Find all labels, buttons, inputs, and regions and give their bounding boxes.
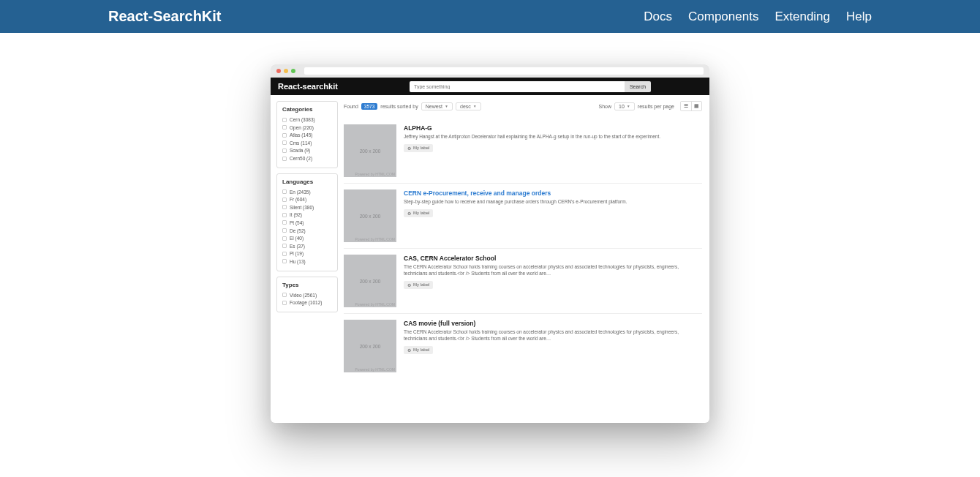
facet-item[interactable]: Open (220) xyxy=(282,124,332,131)
result-title[interactable]: CERN e-Procurement, receive and manage o… xyxy=(404,189,702,197)
site-nav: Docs Components Extending Help xyxy=(644,10,872,24)
facet-languages: LanguagesEn (2435)Fr (604)Silent (380)It… xyxy=(276,173,338,271)
facet-item-label: Atlas (145) xyxy=(290,132,312,138)
facet-title: Types xyxy=(282,282,332,288)
checkbox-icon[interactable] xyxy=(282,140,287,145)
minimize-icon[interactable] xyxy=(284,69,288,73)
facet-item[interactable]: De (52) xyxy=(282,228,332,234)
facet-item-label: It (92) xyxy=(290,211,302,218)
result-thumbnail[interactable]: 200 x 200Powered by HTML.COM xyxy=(344,189,396,242)
checkbox-icon[interactable] xyxy=(282,189,287,194)
facet-item-label: Fr (604) xyxy=(290,196,306,203)
facet-item[interactable]: Video (2561) xyxy=(282,292,332,298)
facet-item[interactable]: Cern50 (2) xyxy=(282,155,332,162)
facet-item[interactable]: Cern (3083) xyxy=(282,116,332,123)
gear-icon: ⚙ xyxy=(407,211,411,216)
facet-item[interactable]: Hu (13) xyxy=(282,258,332,265)
close-icon[interactable] xyxy=(276,69,281,73)
found-label: Found xyxy=(344,104,358,109)
checkbox-icon[interactable] xyxy=(282,220,287,225)
checkbox-icon[interactable] xyxy=(282,118,287,122)
facet-item-label: Pl (19) xyxy=(290,250,304,257)
search-button[interactable]: Search xyxy=(625,81,651,92)
facet-item[interactable]: It (92) xyxy=(282,211,332,218)
list-view-button[interactable]: ☰ xyxy=(681,102,691,110)
facet-categories: CategoriesCern (3083)Open (220)Atlas (14… xyxy=(276,101,338,168)
facet-item-label: Pt (54) xyxy=(290,219,304,226)
url-bar[interactable] xyxy=(304,67,704,75)
checkbox-icon[interactable] xyxy=(282,213,287,217)
facet-item-label: Footage (1012) xyxy=(290,299,322,306)
facet-item[interactable]: Fr (604) xyxy=(282,196,332,203)
per-page-label: results per page xyxy=(638,104,674,109)
chevron-down-icon: ▼ xyxy=(445,104,448,108)
facet-item[interactable]: Es (37) xyxy=(282,243,332,249)
facet-item-label: Scada (9) xyxy=(290,147,310,154)
window-titlebar xyxy=(271,64,709,78)
sort-field-select[interactable]: Newest▼ xyxy=(421,102,453,110)
facet-item-label: Silent (380) xyxy=(290,204,314,211)
result-title[interactable]: ALPHA-G xyxy=(404,124,702,132)
facet-item-label: De (52) xyxy=(290,228,306,234)
checkbox-icon[interactable] xyxy=(282,259,287,263)
checkbox-icon[interactable] xyxy=(282,252,287,256)
result-label[interactable]: ⚙My label xyxy=(404,346,433,354)
result-label[interactable]: ⚙My label xyxy=(404,144,433,152)
sort-dir-select[interactable]: desc▼ xyxy=(456,102,481,110)
result-item: 200 x 200Powered by HTML.COMCAS movie (f… xyxy=(344,314,702,378)
result-title[interactable]: CAS movie (full version) xyxy=(404,320,702,327)
result-thumbnail[interactable]: 200 x 200Powered by HTML.COM xyxy=(344,124,396,177)
controls-bar: Found 3573 results sorted by Newest▼ des… xyxy=(344,101,702,111)
facet-item-label: Cms (114) xyxy=(290,140,312,146)
nav-help[interactable]: Help xyxy=(846,10,872,24)
checkbox-icon[interactable] xyxy=(282,301,287,305)
facet-item[interactable]: El (40) xyxy=(282,235,332,241)
site-header: React-SearchKit Docs Components Extendin… xyxy=(0,0,980,33)
gear-icon: ⚙ xyxy=(407,282,411,288)
facet-item-label: Cern (3083) xyxy=(290,116,315,123)
checkbox-icon[interactable] xyxy=(282,157,287,161)
facet-item[interactable]: En (2435) xyxy=(282,189,332,195)
checkbox-icon[interactable] xyxy=(282,293,287,297)
result-label[interactable]: ⚙My label xyxy=(404,209,433,217)
result-thumbnail[interactable]: 200 x 200Powered by HTML.COM xyxy=(344,320,396,372)
sorted-by-label: results sorted by xyxy=(380,104,418,109)
facet-item[interactable]: Silent (380) xyxy=(282,204,332,211)
checkbox-icon[interactable] xyxy=(282,198,287,202)
thumbnail-watermark: Powered by HTML.COM xyxy=(355,237,395,241)
gear-icon: ⚙ xyxy=(407,348,411,353)
checkbox-icon[interactable] xyxy=(282,149,287,153)
facet-item[interactable]: Footage (1012) xyxy=(282,299,332,306)
page-size-select[interactable]: 10▼ xyxy=(614,102,635,110)
result-title[interactable]: CAS, CERN Accelerator School xyxy=(404,255,702,262)
facet-item[interactable]: Pt (54) xyxy=(282,219,332,226)
result-description: The CERN Accelerator School holds traini… xyxy=(404,264,702,277)
checkbox-icon[interactable] xyxy=(282,236,287,241)
facet-item[interactable]: Scada (9) xyxy=(282,147,332,154)
grid-view-button[interactable]: ▦ xyxy=(691,102,701,110)
thumbnail-watermark: Powered by HTML.COM xyxy=(355,302,395,307)
results-list: 200 x 200Powered by HTML.COMALPHA-GJeffr… xyxy=(344,119,702,378)
facet-types: TypesVideo (2561)Footage (1012) xyxy=(276,277,338,312)
facet-item[interactable]: Cms (114) xyxy=(282,140,332,146)
search-input[interactable] xyxy=(410,81,625,92)
site-brand[interactable]: React-SearchKit xyxy=(108,8,222,25)
maximize-icon[interactable] xyxy=(291,69,295,73)
result-item: 200 x 200Powered by HTML.COMALPHA-GJeffr… xyxy=(344,119,702,184)
checkbox-icon[interactable] xyxy=(282,205,287,209)
checkbox-icon[interactable] xyxy=(282,125,287,129)
result-thumbnail[interactable]: 200 x 200Powered by HTML.COM xyxy=(344,255,396,307)
result-label[interactable]: ⚙My label xyxy=(404,281,433,289)
nav-extending[interactable]: Extending xyxy=(774,10,830,24)
result-description: The CERN Accelerator School holds traini… xyxy=(404,329,702,342)
nav-docs[interactable]: Docs xyxy=(644,10,672,24)
facet-title: Categories xyxy=(282,106,332,113)
checkbox-icon[interactable] xyxy=(282,244,287,248)
facet-item-label: El (40) xyxy=(290,235,304,241)
checkbox-icon[interactable] xyxy=(282,133,287,138)
facet-item[interactable]: Pl (19) xyxy=(282,250,332,257)
chevron-down-icon: ▼ xyxy=(627,104,630,108)
checkbox-icon[interactable] xyxy=(282,228,287,233)
nav-components[interactable]: Components xyxy=(688,10,758,24)
facet-item[interactable]: Atlas (145) xyxy=(282,132,332,138)
